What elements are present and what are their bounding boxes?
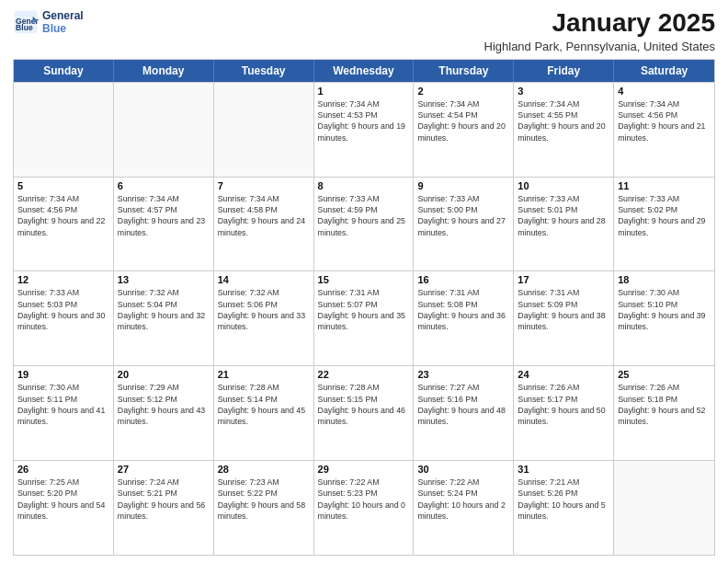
title-block: January 2025 Highland Park, Pennsylvania… (484, 9, 715, 53)
day-cell: 24Sunrise: 7:26 AMSunset: 5:17 PMDayligh… (514, 366, 614, 460)
day-number: 7 (218, 180, 310, 191)
day-number: 10 (518, 180, 609, 191)
empty-cell (614, 461, 714, 555)
day-number: 15 (318, 274, 410, 285)
day-number: 13 (118, 274, 210, 285)
day-number: 5 (17, 180, 109, 191)
day-info: Sunrise: 7:33 AMSunset: 5:03 PMDaylight:… (17, 287, 109, 332)
weekday-header: Thursday (414, 60, 514, 82)
day-cell: 29Sunrise: 7:22 AMSunset: 5:23 PMDayligh… (314, 461, 415, 555)
calendar-body: 1Sunrise: 7:34 AMSunset: 4:53 PMDaylight… (14, 82, 714, 555)
day-cell: 6Sunrise: 7:34 AMSunset: 4:57 PMDaylight… (114, 178, 214, 271)
empty-cell (114, 83, 214, 177)
day-cell: 8Sunrise: 7:33 AMSunset: 4:59 PMDaylight… (314, 178, 415, 271)
day-number: 24 (518, 369, 609, 380)
logo-text: General Blue (42, 9, 84, 35)
calendar-row: 1Sunrise: 7:34 AMSunset: 4:53 PMDaylight… (14, 82, 714, 177)
day-info: Sunrise: 7:30 AMSunset: 5:10 PMDaylight:… (618, 287, 711, 332)
day-number: 11 (618, 180, 711, 191)
day-cell: 18Sunrise: 7:30 AMSunset: 5:10 PMDayligh… (614, 271, 714, 365)
day-info: Sunrise: 7:28 AMSunset: 5:14 PMDaylight:… (218, 382, 310, 427)
day-info: Sunrise: 7:21 AMSunset: 5:26 PMDaylight:… (518, 477, 609, 522)
calendar-row: 19Sunrise: 7:30 AMSunset: 5:11 PMDayligh… (14, 365, 714, 460)
day-cell: 7Sunrise: 7:34 AMSunset: 4:58 PMDaylight… (214, 178, 314, 271)
day-number: 25 (618, 369, 711, 380)
day-cell: 23Sunrise: 7:27 AMSunset: 5:16 PMDayligh… (414, 366, 514, 460)
day-number: 1 (318, 86, 410, 97)
day-cell: 3Sunrise: 7:34 AMSunset: 4:55 PMDaylight… (514, 83, 614, 177)
calendar-row: 26Sunrise: 7:25 AMSunset: 5:20 PMDayligh… (14, 460, 714, 555)
day-cell: 20Sunrise: 7:29 AMSunset: 5:12 PMDayligh… (114, 366, 214, 460)
calendar: SundayMondayTuesdayWednesdayThursdayFrid… (13, 59, 715, 556)
day-number: 26 (17, 464, 109, 475)
svg-text:Blue: Blue (16, 23, 33, 32)
calendar-header: SundayMondayTuesdayWednesdayThursdayFrid… (14, 60, 714, 82)
day-info: Sunrise: 7:28 AMSunset: 5:15 PMDaylight:… (318, 382, 410, 427)
day-number: 8 (318, 180, 410, 191)
day-cell: 14Sunrise: 7:32 AMSunset: 5:06 PMDayligh… (214, 271, 314, 365)
day-number: 3 (518, 86, 609, 97)
day-number: 9 (417, 180, 509, 191)
day-info: Sunrise: 7:26 AMSunset: 5:17 PMDaylight:… (518, 382, 609, 427)
day-cell: 12Sunrise: 7:33 AMSunset: 5:03 PMDayligh… (14, 271, 114, 365)
day-number: 12 (17, 274, 109, 285)
weekday-header: Sunday (14, 60, 114, 82)
day-number: 28 (218, 464, 310, 475)
day-info: Sunrise: 7:22 AMSunset: 5:24 PMDaylight:… (417, 477, 509, 522)
day-cell: 17Sunrise: 7:31 AMSunset: 5:09 PMDayligh… (514, 271, 614, 365)
day-info: Sunrise: 7:24 AMSunset: 5:21 PMDaylight:… (118, 477, 210, 522)
day-info: Sunrise: 7:27 AMSunset: 5:16 PMDaylight:… (417, 382, 509, 427)
location: Highland Park, Pennsylvania, United Stat… (484, 40, 715, 53)
day-info: Sunrise: 7:34 AMSunset: 4:57 PMDaylight:… (118, 193, 210, 238)
day-cell: 5Sunrise: 7:34 AMSunset: 4:56 PMDaylight… (14, 178, 114, 271)
day-info: Sunrise: 7:33 AMSunset: 4:59 PMDaylight:… (318, 193, 410, 238)
day-number: 14 (218, 274, 310, 285)
day-info: Sunrise: 7:22 AMSunset: 5:23 PMDaylight:… (318, 477, 410, 522)
day-info: Sunrise: 7:31 AMSunset: 5:07 PMDaylight:… (318, 287, 410, 332)
calendar-row: 12Sunrise: 7:33 AMSunset: 5:03 PMDayligh… (14, 270, 714, 365)
day-cell: 10Sunrise: 7:33 AMSunset: 5:01 PMDayligh… (514, 178, 614, 271)
weekday-header: Saturday (614, 60, 714, 82)
day-number: 2 (417, 86, 509, 97)
day-info: Sunrise: 7:31 AMSunset: 5:09 PMDaylight:… (518, 287, 609, 332)
day-info: Sunrise: 7:23 AMSunset: 5:22 PMDaylight:… (218, 477, 310, 522)
day-info: Sunrise: 7:31 AMSunset: 5:08 PMDaylight:… (417, 287, 509, 332)
day-number: 6 (118, 180, 210, 191)
day-cell: 2Sunrise: 7:34 AMSunset: 4:54 PMDaylight… (414, 83, 514, 177)
day-cell: 9Sunrise: 7:33 AMSunset: 5:00 PMDaylight… (414, 178, 514, 271)
weekday-header: Friday (514, 60, 614, 82)
day-cell: 27Sunrise: 7:24 AMSunset: 5:21 PMDayligh… (114, 461, 214, 555)
day-cell: 21Sunrise: 7:28 AMSunset: 5:14 PMDayligh… (214, 366, 314, 460)
day-cell: 28Sunrise: 7:23 AMSunset: 5:22 PMDayligh… (214, 461, 314, 555)
header: General Blue General Blue January 2025 H… (13, 9, 715, 53)
day-number: 23 (417, 369, 509, 380)
page: General Blue General Blue January 2025 H… (0, 0, 728, 563)
day-cell: 30Sunrise: 7:22 AMSunset: 5:24 PMDayligh… (414, 461, 514, 555)
day-info: Sunrise: 7:30 AMSunset: 5:11 PMDaylight:… (17, 382, 109, 427)
day-cell: 11Sunrise: 7:33 AMSunset: 5:02 PMDayligh… (614, 178, 714, 271)
weekday-header: Tuesday (214, 60, 314, 82)
day-cell: 15Sunrise: 7:31 AMSunset: 5:07 PMDayligh… (314, 271, 415, 365)
day-cell: 13Sunrise: 7:32 AMSunset: 5:04 PMDayligh… (114, 271, 214, 365)
day-info: Sunrise: 7:32 AMSunset: 5:06 PMDaylight:… (218, 287, 310, 332)
day-number: 22 (318, 369, 410, 380)
day-number: 4 (618, 86, 711, 97)
day-info: Sunrise: 7:34 AMSunset: 4:58 PMDaylight:… (218, 193, 310, 238)
logo: General Blue General Blue (13, 9, 84, 35)
day-info: Sunrise: 7:25 AMSunset: 5:20 PMDaylight:… (17, 477, 109, 522)
day-info: Sunrise: 7:33 AMSunset: 5:01 PMDaylight:… (518, 193, 609, 238)
empty-cell (214, 83, 314, 177)
day-number: 17 (518, 274, 609, 285)
day-number: 19 (17, 369, 109, 380)
day-info: Sunrise: 7:33 AMSunset: 5:00 PMDaylight:… (417, 193, 509, 238)
day-number: 20 (118, 369, 210, 380)
day-number: 29 (318, 464, 410, 475)
month-title: January 2025 (484, 9, 715, 38)
day-info: Sunrise: 7:34 AMSunset: 4:53 PMDaylight:… (318, 98, 410, 144)
logo-icon: General Blue (13, 9, 39, 35)
day-info: Sunrise: 7:34 AMSunset: 4:55 PMDaylight:… (518, 98, 609, 144)
day-number: 27 (118, 464, 210, 475)
day-cell: 16Sunrise: 7:31 AMSunset: 5:08 PMDayligh… (414, 271, 514, 365)
day-info: Sunrise: 7:26 AMSunset: 5:18 PMDaylight:… (618, 382, 711, 427)
calendar-row: 5Sunrise: 7:34 AMSunset: 4:56 PMDaylight… (14, 177, 714, 271)
